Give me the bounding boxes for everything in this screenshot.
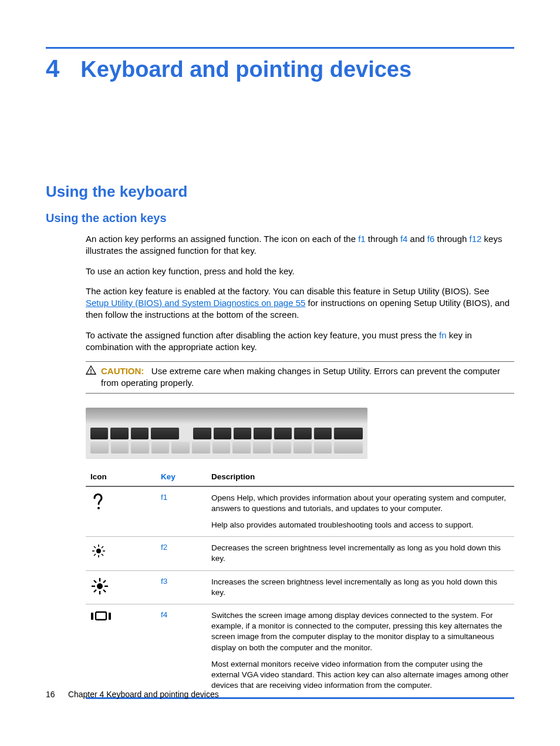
desc-text: Increases the screen brightness level in… bbox=[211, 577, 510, 598]
svg-line-10 bbox=[94, 554, 96, 556]
desc-cell: Increases the screen brightness level in… bbox=[207, 570, 514, 604]
action-keys-table: Icon Key Description f1 Opens Help, whic… bbox=[86, 468, 514, 699]
desc-text: Decreases the screen brightness level in… bbox=[211, 543, 510, 564]
brightness-down-icon bbox=[86, 537, 156, 570]
chapter-title: Keyboard and pointing devices bbox=[80, 57, 411, 82]
chapter-rule bbox=[46, 47, 514, 49]
key-fn-inline: fn bbox=[439, 330, 447, 340]
table-row: f2 Decreases the screen brightness level… bbox=[86, 537, 514, 570]
page-footer: 16 Chapter 4 Keyboard and pointing devic… bbox=[46, 690, 219, 699]
svg-line-9 bbox=[102, 554, 103, 556]
text: The action key feature is enabled at the… bbox=[86, 286, 490, 296]
key-label: f2 bbox=[156, 537, 207, 570]
text: and bbox=[407, 234, 427, 244]
svg-line-20 bbox=[103, 580, 106, 583]
text: through bbox=[366, 234, 400, 244]
svg-point-3 bbox=[96, 549, 101, 553]
desc-text: Help also provides automated troubleshoo… bbox=[211, 520, 510, 530]
text: An action key performs an assigned funct… bbox=[86, 234, 358, 244]
svg-rect-21 bbox=[91, 613, 93, 620]
desc-cell: Switches the screen image among display … bbox=[207, 604, 514, 698]
link-setup-utility[interactable]: Setup Utility (BIOS) and System Diagnost… bbox=[86, 298, 305, 308]
th-icon: Icon bbox=[86, 468, 156, 486]
key-f1-inline: f1 bbox=[358, 234, 366, 244]
svg-line-8 bbox=[94, 546, 96, 548]
key-label: f4 bbox=[156, 604, 207, 698]
paragraph: To use an action key function, press and… bbox=[86, 266, 514, 277]
paragraph: To activate the assigned function after … bbox=[86, 330, 514, 354]
key-f4-inline: f4 bbox=[400, 234, 408, 244]
brightness-up-icon bbox=[86, 570, 156, 604]
key-f12-inline: f12 bbox=[470, 234, 482, 244]
svg-rect-22 bbox=[96, 612, 106, 620]
page: 4 Keyboard and pointing devices Using th… bbox=[0, 0, 560, 723]
svg-line-19 bbox=[94, 590, 96, 592]
svg-point-2 bbox=[97, 507, 100, 509]
section-heading: Using the keyboard bbox=[46, 183, 514, 201]
svg-line-11 bbox=[102, 546, 103, 548]
desc-text: Switches the screen image among display … bbox=[211, 610, 510, 653]
help-icon bbox=[86, 486, 156, 537]
table-row: f1 Opens Help, which provides informatio… bbox=[86, 486, 514, 537]
svg-point-12 bbox=[97, 583, 103, 589]
desc-text: Opens Help, which provides information a… bbox=[211, 493, 510, 514]
desc-text: Most external monitors receive video inf… bbox=[211, 659, 510, 691]
key-label: f3 bbox=[156, 570, 207, 604]
caution-text: Use extreme care when making changes in … bbox=[101, 366, 500, 388]
th-key: Key bbox=[156, 468, 207, 486]
caution-label: CAUTION: bbox=[101, 366, 144, 376]
svg-point-1 bbox=[90, 372, 92, 374]
chapter-heading: 4 Keyboard and pointing devices bbox=[46, 55, 514, 83]
svg-line-17 bbox=[94, 580, 96, 583]
svg-line-18 bbox=[103, 590, 106, 592]
svg-rect-23 bbox=[109, 613, 111, 620]
footer-chapter-label: Chapter 4 Keyboard and pointing devices bbox=[68, 690, 219, 699]
key-label: f1 bbox=[156, 486, 207, 537]
switch-display-icon bbox=[86, 604, 156, 698]
subsection-heading: Using the action keys bbox=[46, 211, 514, 225]
chapter-number: 4 bbox=[46, 55, 59, 83]
caution-icon bbox=[86, 365, 96, 389]
key-f6-inline: f6 bbox=[427, 234, 435, 244]
paragraph: The action key feature is enabled at the… bbox=[86, 285, 514, 321]
table-row: f3 Increases the screen brightness level… bbox=[86, 570, 514, 604]
paragraph: An action key performs an assigned funct… bbox=[86, 233, 514, 257]
text: through bbox=[434, 234, 469, 244]
desc-cell: Opens Help, which provides information a… bbox=[207, 486, 514, 537]
caution-block: CAUTION: Use extreme care when making ch… bbox=[86, 361, 514, 394]
table-row: f4 Switches the screen image among displ… bbox=[86, 604, 514, 698]
page-number: 16 bbox=[46, 690, 66, 699]
keyboard-illustration bbox=[86, 408, 367, 458]
th-desc: Description bbox=[207, 468, 514, 486]
text: To activate the assigned function after … bbox=[86, 330, 439, 340]
desc-cell: Decreases the screen brightness level in… bbox=[207, 537, 514, 570]
